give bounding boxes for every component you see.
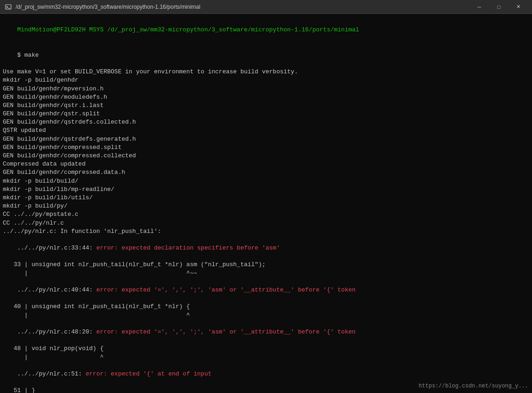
error-code-1: 33 | unsigned int nlr_push_tail(nlr_buf_… bbox=[3, 261, 529, 269]
output-line-16: mkdir -p build/py/ bbox=[3, 202, 529, 210]
error-pipe-1: | ^~~ bbox=[3, 269, 529, 278]
output-line-13: mkdir -p build/build/ bbox=[3, 177, 529, 185]
terminal[interactable]: MindMotion@PF2LD92H MSYS /d/_proj_sw/mm3… bbox=[0, 14, 532, 393]
output-line-9: GEN build/genhdr/compressed.split bbox=[3, 143, 529, 152]
output-line-4: GEN build/genhdr/qstr.i.last bbox=[3, 101, 529, 110]
minimize-button[interactable]: ─ bbox=[470, 0, 489, 14]
output-line-10: GEN build/genhdr/compressed.collected bbox=[3, 152, 529, 160]
output-line-8: GEN build/genhdr/qstrdefs.generated.h bbox=[3, 135, 529, 143]
output-line-1: mkdir -p build/genhdr bbox=[3, 76, 529, 84]
error-pipe-3: | ^ bbox=[3, 353, 529, 362]
cc-mpstate: CC ../../py/mpstate.c bbox=[3, 210, 529, 219]
title-bar: /d/_proj_sw/mm32-micropython/3_software/… bbox=[0, 0, 532, 14]
output-line-3: GEN build/genhdr/moduledefs.h bbox=[3, 93, 529, 101]
output-line-7: QSTR updated bbox=[3, 126, 529, 135]
output-line-14: mkdir -p build/lib/mp-readline/ bbox=[3, 185, 529, 194]
title-text: /d/_proj_sw/mm32-micropython/3_software/… bbox=[16, 4, 200, 10]
prompt-line-1: MindMotion@PF2LD92H MSYS /d/_proj_sw/mm3… bbox=[3, 18, 529, 43]
error-pipe-2: | ^ bbox=[3, 311, 529, 320]
command-line-1: $ make bbox=[3, 43, 529, 68]
output-line-6: GEN build/genhdr/qstrdefs.collected.h bbox=[3, 118, 529, 126]
output-line-12: GEN build/genhdr/compressed.data.h bbox=[3, 168, 529, 177]
terminal-icon bbox=[5, 3, 12, 11]
output-line-5: GEN build/genhdr/qstr.split bbox=[3, 110, 529, 118]
window-controls[interactable]: ─ □ ✕ bbox=[470, 0, 527, 14]
error-source-1: ../../py/nlr.c: In function 'nlr_push_ta… bbox=[3, 227, 529, 236]
error-msg-1: ../../py/nlr.c:33:44: error: expected de… bbox=[3, 236, 529, 261]
close-button[interactable]: ✕ bbox=[509, 0, 527, 14]
error-code-3: 48 | void nlr_pop(void) { bbox=[3, 345, 529, 353]
output-line-0: Use make V=1 or set BUILD_VERBOSE in you… bbox=[3, 68, 529, 76]
error-msg-2: ../../py/nlr.c:40:44: error: expected '=… bbox=[3, 278, 529, 303]
maximize-button[interactable]: □ bbox=[490, 0, 508, 14]
output-line-15: mkdir -p build/lib/utils/ bbox=[3, 194, 529, 202]
watermark: https://blog.csdn.net/suyong_y... bbox=[418, 383, 528, 389]
error-code-2: 40 | unsigned int nlr_push_tail(nlr_buf_… bbox=[3, 303, 529, 311]
cc-nlr: CC ../../py/nlr.c bbox=[3, 219, 529, 227]
output-line-2: GEN build/genhdr/mpversion.h bbox=[3, 85, 529, 93]
output-line-11: Compressed data updated bbox=[3, 160, 529, 168]
error-msg-3: ../../py/nlr.c:48:20: error: expected '=… bbox=[3, 320, 529, 345]
